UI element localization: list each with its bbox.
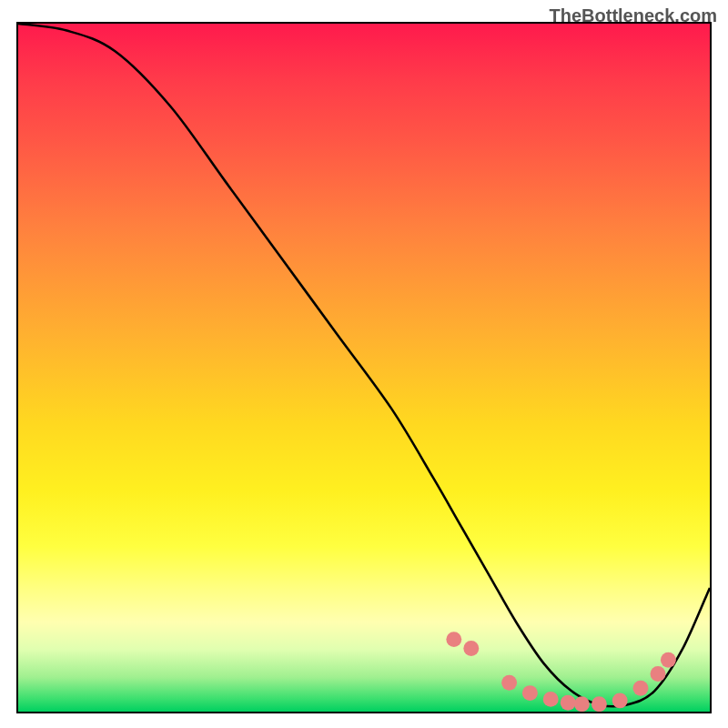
marker-dot (501, 675, 517, 691)
marker-dot (446, 632, 461, 647)
marker-dot (522, 685, 538, 701)
marker-dot (592, 696, 607, 712)
watermark-text: TheBottleneck.com (550, 5, 717, 26)
curve-line (18, 24, 710, 706)
chart-svg (18, 24, 710, 712)
marker-dot (612, 693, 628, 708)
plot-area (16, 22, 712, 713)
marker-dot (463, 641, 479, 656)
marker-dot (561, 695, 576, 711)
marker-dot (543, 692, 559, 707)
marker-dot (651, 666, 666, 682)
marker-dot (661, 652, 676, 668)
marker-dot (574, 696, 590, 712)
marker-dot (633, 681, 649, 696)
